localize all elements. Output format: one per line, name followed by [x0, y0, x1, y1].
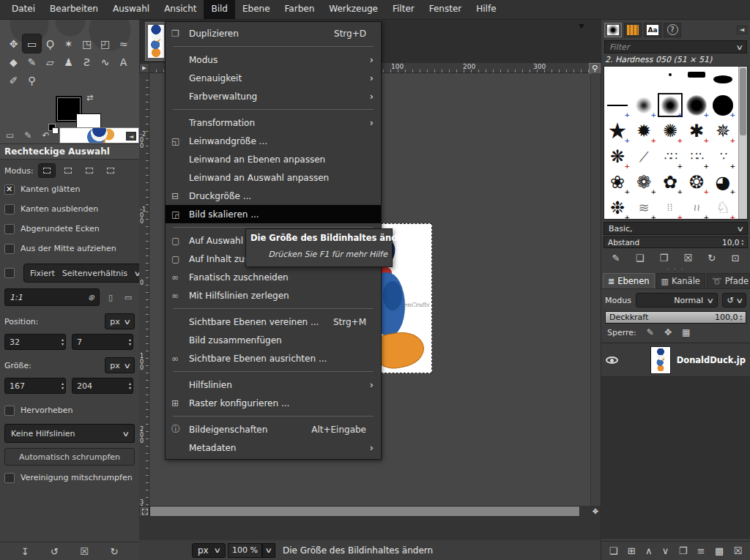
menubar-item[interactable]: Farben: [278, 0, 322, 19]
highlight-checkbox[interactable]: Hervorheben: [0, 403, 139, 418]
size-width-input[interactable]: 167 ▴▾: [4, 378, 66, 394]
stepper-icon[interactable]: ▴▾: [741, 239, 743, 246]
tool-button[interactable]: ⚲: [23, 71, 41, 89]
landscape-icon[interactable]: ▭: [122, 291, 135, 304]
menu-item[interactable]: ›: [173, 308, 374, 309]
mode-subtract-button[interactable]: [81, 164, 97, 177]
dock-tab[interactable]: ➰Pfade: [707, 273, 750, 288]
position-y-input[interactable]: 7 ▴▾: [72, 334, 133, 350]
stepper-icon[interactable]: ▴▾: [740, 314, 742, 321]
menubar-item[interactable]: Auswahl: [105, 0, 157, 19]
dock-tab[interactable]: ≣Ebenen: [603, 273, 655, 288]
tool-preset-icon[interactable]: ↻: [110, 546, 118, 557]
zoom-level-select[interactable]: ∨: [262, 543, 275, 558]
brush-swatch[interactable]: ❋+: [604, 143, 631, 169]
spacing-slider[interactable]: Abstand 10,0 ▴▾: [604, 236, 748, 248]
ratio-input[interactable]: 1:1 ⊗: [4, 288, 100, 306]
navigation-icon[interactable]: ✥: [590, 506, 601, 517]
menu-item[interactable]: ›: [173, 416, 374, 417]
menu-item[interactable]: Farbverwaltung ›: [166, 87, 381, 105]
menubar-item[interactable]: Bearbeiten: [42, 0, 105, 19]
brush-swatch[interactable]: ✵+: [710, 118, 736, 143]
stepper-icon[interactable]: ▴▾: [62, 381, 64, 390]
brush-action-icon[interactable]: ❐: [660, 253, 669, 264]
mode-add-button[interactable]: [60, 164, 76, 177]
menu-item[interactable]: Leinwand an Auswahl anpassen ›: [166, 168, 381, 187]
menu-item[interactable]: ›: [173, 227, 374, 228]
collapse-toolbox-icon[interactable]: ◄: [126, 132, 136, 141]
tool-button[interactable]: ✶: [59, 34, 78, 53]
brush-swatch[interactable]: ∵+: [710, 143, 736, 169]
menu-item[interactable]: Leinwand an Ebenen anpassen ›: [166, 150, 381, 168]
option-checkbox[interactable]: Aus der Mitte aufziehen: [0, 241, 139, 256]
lock-alpha-icon[interactable]: ▦: [682, 327, 690, 337]
portrait-icon[interactable]: ▯: [104, 291, 117, 304]
size-height-input[interactable]: 204 ▴▾: [72, 378, 133, 394]
tool-preset-icon[interactable]: ↺: [51, 546, 59, 557]
layer-action-icon[interactable]: ☒: [734, 545, 743, 556]
option-checkbox[interactable]: Abgerundete Ecken: [0, 221, 139, 236]
layer-mode-select[interactable]: Normal ∨: [636, 293, 719, 307]
menubar-item[interactable]: Ansicht: [157, 0, 204, 19]
brush-swatch[interactable]: ⦙⦙+: [657, 195, 683, 220]
layer-action-icon[interactable]: ≡: [697, 545, 705, 556]
dock-tab[interactable]: ▥Kanäle: [656, 273, 705, 288]
brush-swatch[interactable]: +: [710, 92, 736, 118]
tool-preset-icon[interactable]: ☒: [80, 546, 89, 557]
brush-swatch[interactable]: ∷∴+: [683, 143, 710, 169]
zoom-follow-window-icon[interactable]: ⚲: [589, 63, 601, 74]
vertical-scrollbar[interactable]: [591, 73, 601, 506]
brush-swatch[interactable]: ♘+: [710, 195, 736, 220]
brush-swatch[interactable]: ❉+: [604, 195, 631, 220]
menu-item[interactable]: ⊟ Druckgröße ... ›: [166, 187, 381, 205]
shrink-merged-checkbox[interactable]: Vereinigung mitschrumpfen: [0, 470, 139, 485]
collapse-dock-icon[interactable]: ◄: [737, 26, 747, 34]
menubar-item[interactable]: Datei: [4, 0, 42, 19]
fixed-checkbox[interactable]: [4, 268, 15, 278]
brush-swatch[interactable]: ≀≀+: [683, 195, 710, 220]
tool-button[interactable]: ∿: [96, 53, 114, 71]
menu-item[interactable]: ◱ Leinwandgröße ... ›: [166, 132, 381, 150]
menu-item[interactable]: Metadaten ›: [166, 438, 381, 457]
menu-item[interactable]: Modus ›: [166, 51, 381, 69]
tool-button[interactable]: ◰: [96, 34, 114, 53]
layer-action-icon[interactable]: ∧: [645, 545, 653, 556]
tool-button[interactable]: Ƨ: [78, 53, 96, 71]
brush-swatch[interactable]: ✺+: [657, 118, 683, 143]
menu-item[interactable]: ◲ Bild skalieren ... ›: [166, 205, 381, 223]
brush-swatch[interactable]: ◕+: [710, 169, 736, 195]
brush-swatch[interactable]: +: [631, 92, 657, 118]
clear-icon[interactable]: ⊗: [88, 293, 94, 302]
tool-button[interactable]: ♟: [59, 53, 78, 71]
brush-filter-input[interactable]: Filter ∨: [604, 40, 747, 53]
zoom-level-input[interactable]: 100 %: [228, 543, 262, 558]
brush-swatch[interactable]: +: [604, 92, 631, 118]
tool-button[interactable]: A: [114, 53, 133, 71]
brush-swatch[interactable]: ╱+: [631, 143, 657, 169]
menu-item[interactable]: ›: [173, 371, 374, 372]
menubar-item[interactable]: Hilfe: [469, 0, 503, 19]
menu-item[interactable]: Sichtbare Ebenen vereinen ... Strg+M ›: [166, 313, 381, 331]
option-checkbox[interactable]: Kanten glätten: [0, 182, 139, 197]
mode-intersect-button[interactable]: [103, 164, 119, 177]
layer-action-icon[interactable]: ∨: [662, 545, 669, 556]
brush-swatch[interactable]: ∴∷+: [657, 143, 683, 169]
brush-action-icon[interactable]: ✎: [612, 253, 620, 264]
menubar-item[interactable]: Werkzeuge: [322, 0, 385, 19]
menu-item[interactable]: ∞ Mit Hilfslinien zerlegen ›: [166, 286, 381, 305]
menu-item[interactable]: Genauigkeit ›: [166, 69, 381, 87]
brush-action-icon[interactable]: ☒: [683, 253, 692, 264]
brush-swatch[interactable]: ❂+: [683, 169, 710, 195]
swap-colors-icon[interactable]: ⇄: [86, 93, 93, 102]
tool-preset-icon[interactable]: ↧: [21, 546, 29, 557]
quick-mask-toggle[interactable]: [139, 506, 149, 517]
tool-button[interactable]: ≈: [114, 34, 133, 53]
fixed-group[interactable]: Fixiert Seitenverhältnis ∨: [23, 264, 146, 283]
status-unit-select[interactable]: px ∨: [192, 543, 226, 558]
brush-swatch[interactable]: ≋+: [631, 195, 657, 220]
menu-item[interactable]: ⓘ Bildeigenschaften Alt+Eingabe ›: [166, 420, 381, 438]
tool-button[interactable]: ▭: [23, 34, 41, 53]
tool-button[interactable]: ✐: [4, 71, 23, 89]
brush-swatch[interactable]: +: [657, 67, 683, 83]
stepper-icon[interactable]: ▴▾: [129, 381, 131, 390]
